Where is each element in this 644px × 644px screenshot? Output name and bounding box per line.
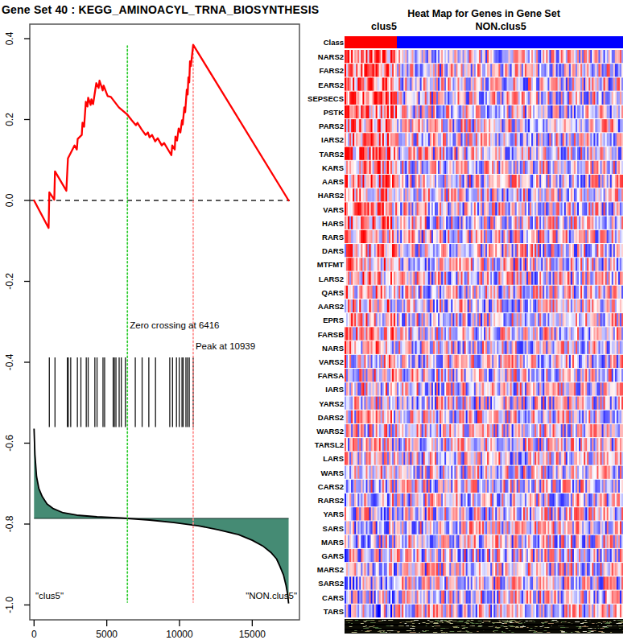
gene-label-sepsecs: SEPSECS: [308, 94, 344, 103]
svg-text:-1.0: -1.0: [4, 597, 15, 613]
gene-label-sars: SARS: [323, 524, 344, 533]
gene-label-hars: HARS: [322, 219, 344, 228]
group-label-clus5: clus5: [371, 21, 397, 32]
svg-text:0: 0: [31, 629, 37, 640]
gene-label-farsa: FARSA: [318, 371, 344, 380]
gene-label-lars2: LARS2: [319, 275, 344, 283]
gene-label-mtfmt: MTFMT: [317, 260, 344, 269]
gene-label-cars: CARS: [322, 593, 344, 602]
svg-text:0.4: 0.4: [4, 31, 15, 45]
sample-label-band: [345, 619, 623, 634]
gene-label-dars2: DARS2: [318, 413, 344, 422]
gene-label-fars2: FARS2: [319, 66, 344, 75]
svg-text:-0.6: -0.6: [4, 435, 15, 452]
svg-text:-0.8: -0.8: [4, 515, 15, 532]
non-clus5-class-segment: [397, 36, 623, 48]
gene-label-vars2: VARS2: [319, 357, 344, 366]
peak-annotation: Peak at 10939: [196, 341, 255, 351]
gene-label-tarsl2: TARSL2: [315, 440, 344, 449]
gene-label-hars2: HARS2: [318, 191, 344, 200]
gene-label-farsb: FARSB: [318, 330, 344, 339]
svg-text:-0.2: -0.2: [4, 273, 15, 290]
gene-label-gars: GARS: [322, 551, 344, 560]
group-label-non-clus5: NON.clus5: [475, 21, 526, 32]
gene-label-cars2: CARS2: [318, 482, 344, 491]
gene-label-wars: WARS: [321, 469, 345, 477]
gene-label-yars2: YARS2: [319, 399, 344, 408]
gene-label-wars2: WARS2: [316, 427, 344, 436]
gene-label-iars2: IARS2: [321, 135, 344, 144]
gsea-report-figure: Gene Set 40 : KEGG_AMINOACYL_TRNA_BIOSYN…: [0, 0, 644, 644]
gene-label-nars: NARS: [322, 344, 344, 353]
svg-text:0.0: 0.0: [4, 193, 15, 207]
svg-text:10000: 10000: [166, 629, 193, 640]
svg-text:-0.4: -0.4: [4, 353, 15, 370]
gene-label-rars: RARS: [322, 233, 344, 242]
gene-label-nars2: NARS2: [318, 52, 344, 61]
heatmap-title: Heat Map for Genes in Gene Set: [345, 8, 623, 19]
left-phenotype-label: "clus5": [35, 591, 64, 601]
gene-label-mars: MARS: [321, 538, 344, 547]
gene-label-eprs: EPRS: [323, 316, 344, 324]
right-phenotype-label: "NON.clus5": [246, 591, 297, 601]
gene-label-iars: IARS: [325, 385, 344, 394]
gene-label-aars2: AARS2: [318, 302, 344, 311]
enrichment-score-curve: [34, 45, 288, 229]
ranked-metric-area: [34, 428, 288, 603]
gene-label-qars: QARS: [322, 288, 344, 297]
svg-text:5000: 5000: [96, 629, 118, 640]
heatmap-grid: [345, 50, 623, 618]
class-membership-bar: [345, 36, 623, 48]
svg-text:0.2: 0.2: [4, 113, 15, 126]
gene-label-pstk: PSTK: [324, 108, 344, 117]
class-row-label: Class: [324, 38, 344, 47]
gene-label-tars: TARS: [324, 607, 344, 616]
gene-label-aars: AARS: [322, 177, 344, 186]
gene-label-rars2: RARS2: [318, 496, 344, 505]
gene-label-vars: VARS: [323, 205, 344, 214]
gene-label-yars: YARS: [323, 510, 344, 518]
svg-text:15000: 15000: [239, 629, 266, 640]
gene-label-dars: DARS: [322, 246, 344, 255]
zero-crossing-annotation: Zero crossing at 6416: [130, 320, 219, 330]
gene-label-tars2: TARS2: [320, 150, 344, 159]
clus5-class-segment: [345, 36, 397, 48]
gene-label-ears2: EARS2: [318, 80, 344, 89]
gene-label-lars: LARS: [323, 454, 344, 463]
gene-label-mars2: MARS2: [317, 565, 344, 574]
gene-label-kars: KARS: [322, 163, 344, 172]
gsea-enrichment-plot: 0.40.20.0-0.2-0.4-0.6-0.8-1.005000100001…: [0, 0, 338, 644]
gene-label-sars2: SARS2: [318, 579, 344, 588]
gene-label-pars2: PARS2: [319, 122, 344, 130]
